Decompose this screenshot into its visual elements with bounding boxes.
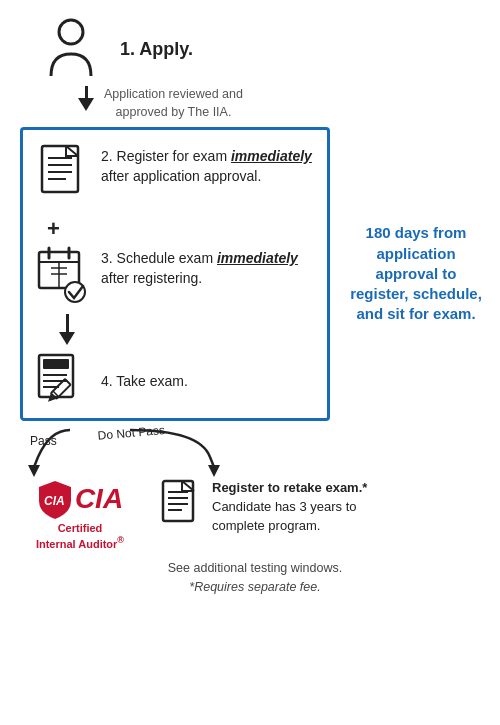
approved-text: Application reviewed andapproved by The … [104, 86, 243, 121]
svg-point-0 [59, 20, 83, 44]
cia-text: CIA [75, 483, 123, 515]
footer-text: See additional testing windows. *Require… [20, 559, 490, 597]
cia-logo-area: CIA CIA CertifiedInternal Auditor® [20, 479, 140, 551]
footer-line1: See additional testing windows. [168, 561, 342, 575]
side-label: 180 days fromapplicationapproval toregis… [342, 127, 490, 421]
retake-area: Register to retake exam.* Candidate has … [160, 479, 490, 536]
step3-area: 3. Schedule exam immediatelyafter regist… [37, 246, 313, 306]
plus-divider: + [47, 216, 60, 242]
side-label-text: 180 days fromapplicationapproval toregis… [350, 223, 482, 324]
box-arrow-area [37, 314, 313, 345]
svg-text:CIA: CIA [44, 494, 65, 508]
blue-box: 2. Register for exam immediatelyafter ap… [20, 127, 330, 421]
cia-shield-icon: CIA [37, 479, 73, 519]
retake-doc-icon [160, 479, 204, 527]
page-container: 1. Apply. Application reviewed andapprov… [0, 0, 500, 725]
svg-rect-16 [43, 359, 69, 369]
svg-rect-1 [42, 146, 78, 192]
svg-marker-24 [208, 465, 220, 477]
arrow-down-area: Application reviewed andapproved by The … [10, 86, 490, 123]
pass-fail-section: Pass Do Not Pass CIA CIA CertifiedIntern… [10, 425, 490, 597]
cia-certified-text: CertifiedInternal Auditor® [36, 521, 124, 551]
step1-area: 1. Apply. [10, 18, 490, 80]
blue-box-row: 2. Register for exam immediatelyafter ap… [10, 127, 490, 421]
retake-text: Register to retake exam.* Candidate has … [212, 479, 367, 536]
step1-label: 1. Apply. [120, 39, 193, 60]
pass-fail-arrows: Pass Do Not Pass [20, 425, 340, 477]
person-icon [40, 18, 102, 80]
exam-icon [37, 353, 89, 408]
svg-marker-23 [28, 465, 40, 477]
document-icon [37, 144, 89, 204]
footer-line2: *Requires separate fee. [189, 580, 320, 594]
svg-text:Pass: Pass [30, 434, 57, 448]
step3-text: 3. Schedule exam immediatelyafter regist… [101, 246, 298, 289]
step4-area: 4. Take exam. [37, 353, 313, 408]
svg-marker-21 [45, 393, 56, 404]
step4-text: 4. Take exam. [101, 373, 188, 389]
calendar-icon [37, 246, 89, 306]
bottom-content-row: CIA CIA CertifiedInternal Auditor® [20, 479, 490, 551]
step2-area: 2. Register for exam immediatelyafter ap… [37, 144, 313, 204]
svg-text:Do Not Pass: Do Not Pass [97, 425, 165, 443]
svg-line-6 [66, 146, 78, 156]
step2-text: 2. Register for exam immediatelyafter ap… [101, 144, 312, 187]
